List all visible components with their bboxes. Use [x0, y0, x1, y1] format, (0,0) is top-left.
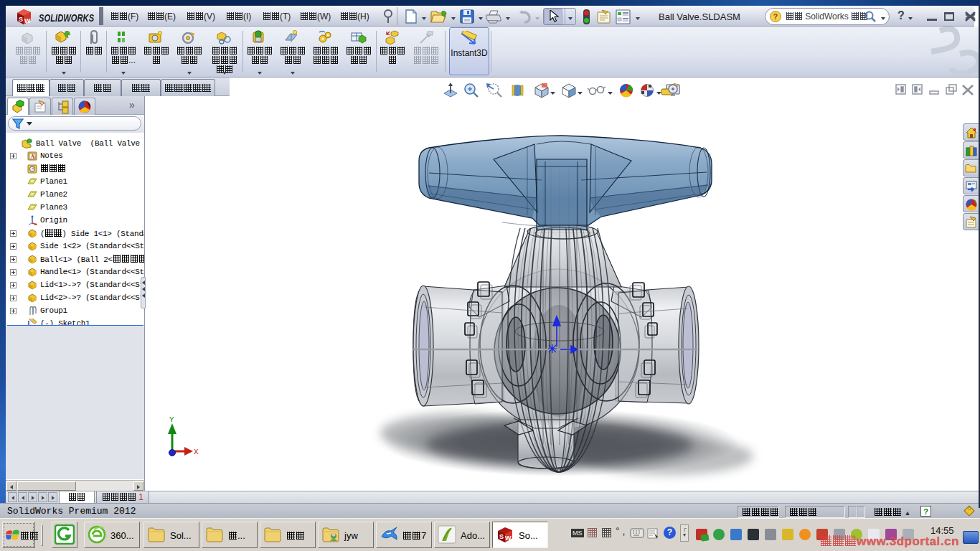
svg-text:W: W: [505, 534, 512, 542]
svg-text:?: ?: [773, 12, 778, 21]
svg-text:W: W: [24, 17, 31, 24]
svg-text:X: X: [194, 448, 199, 456]
svg-text:Y: Y: [169, 415, 174, 424]
svg-text:S: S: [19, 16, 23, 23]
svg-text:A: A: [30, 154, 34, 160]
svg-text:S: S: [499, 533, 504, 540]
